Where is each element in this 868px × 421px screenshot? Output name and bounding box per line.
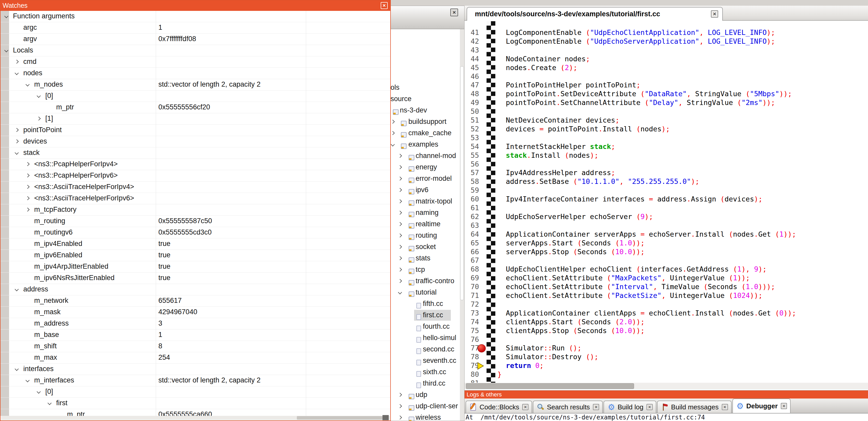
watch-row[interactable]: m_mask4294967040 bbox=[1, 307, 390, 318]
tree-scrollbar[interactable] bbox=[460, 29, 464, 421]
tree-item-wireless[interactable]: wireless bbox=[389, 412, 460, 421]
tree-item-source[interactable]: source bbox=[389, 94, 460, 105]
collapse-chevron-icon[interactable] bbox=[15, 287, 19, 291]
watch-row[interactable]: pointToPoint bbox=[1, 125, 390, 136]
line-number[interactable]: 64 bbox=[465, 230, 479, 238]
tree-item-channel-mod[interactable]: channel-mod bbox=[389, 151, 460, 162]
expand-chevron-icon[interactable] bbox=[15, 139, 19, 143]
project-tree[interactable]: olssourcens-3-devbuildsupportcmake_cache… bbox=[389, 29, 460, 421]
line-number[interactable]: 62 bbox=[465, 213, 479, 221]
collapse-chevron-icon[interactable] bbox=[15, 151, 19, 155]
close-icon[interactable]: ✕ bbox=[522, 404, 528, 410]
watch-row[interactable]: m_address3 bbox=[1, 318, 390, 329]
watch-row[interactable]: m_ipv6NsRsJitterEnabledtrue bbox=[1, 272, 390, 284]
watch-row[interactable]: [0] bbox=[1, 386, 390, 398]
tree-item-second-cc[interactable]: second.cc bbox=[389, 344, 460, 355]
line-number[interactable]: 45 bbox=[465, 64, 479, 72]
tree-item-energy[interactable]: energy bbox=[389, 162, 460, 173]
line-number[interactable]: 43 bbox=[465, 46, 479, 54]
tree-item-stats[interactable]: stats bbox=[389, 253, 460, 264]
line-number[interactable]: 52 bbox=[465, 125, 479, 133]
line-number[interactable]: 47 bbox=[465, 81, 479, 89]
collapse-chevron-icon[interactable] bbox=[26, 83, 30, 87]
line-number[interactable]: 75 bbox=[465, 327, 479, 335]
tree-item-socket[interactable]: socket bbox=[389, 241, 460, 253]
line-number[interactable]: 46 bbox=[465, 72, 479, 80]
close-icon[interactable]: ✕ bbox=[593, 404, 599, 410]
tree-item-fourth-cc[interactable]: fourth.cc bbox=[389, 321, 460, 332]
expand-chevron-icon[interactable] bbox=[398, 256, 402, 260]
expand-chevron-icon[interactable] bbox=[398, 404, 402, 408]
expand-chevron-icon[interactable] bbox=[15, 128, 19, 132]
tree-item-tutorial[interactable]: tutorial bbox=[389, 287, 460, 298]
tree-item-seventh-cc[interactable]: seventh.cc bbox=[389, 355, 460, 367]
tree-item-buildsupport[interactable]: buildsupport bbox=[389, 117, 460, 128]
line-number[interactable]: 70 bbox=[465, 283, 479, 291]
close-icon[interactable]: ✕ bbox=[711, 10, 718, 18]
tree-item-matrix-topol[interactable]: matrix-topol bbox=[389, 196, 460, 207]
watches-column-divider[interactable] bbox=[156, 11, 156, 416]
close-icon[interactable]: ✕ bbox=[781, 403, 787, 409]
expand-chevron-icon[interactable] bbox=[26, 173, 30, 177]
line-number[interactable]: 73 bbox=[465, 309, 479, 317]
line-number[interactable]: 50 bbox=[465, 107, 479, 115]
watch-row[interactable]: m_routing0x555555587c50 bbox=[1, 216, 390, 227]
tree-item-ols[interactable]: ols bbox=[389, 82, 460, 94]
line-number[interactable]: 51 bbox=[465, 116, 479, 124]
line-number[interactable]: 60 bbox=[465, 195, 479, 203]
watch-row[interactable]: m_nodesstd::vector of length 2, capacity… bbox=[1, 79, 390, 91]
watch-row[interactable]: <ns3::PcapHelperForIpv4> bbox=[1, 159, 390, 170]
line-number[interactable]: 54 bbox=[465, 142, 479, 151]
watches-hscrollbar[interactable] bbox=[1, 416, 390, 420]
logs-tab-build-messages[interactable]: Build messages✕ bbox=[657, 400, 732, 413]
line-number[interactable]: 61 bbox=[465, 204, 479, 212]
tree-item-first-cc[interactable]: first.cc bbox=[389, 310, 460, 321]
expand-chevron-icon[interactable] bbox=[398, 188, 402, 192]
collapse-chevron-icon[interactable] bbox=[37, 390, 41, 394]
watch-row[interactable]: <ns3::PcapHelperForIpv6> bbox=[1, 170, 390, 182]
expand-chevron-icon[interactable] bbox=[398, 199, 402, 203]
logs-tab-code-blocks[interactable]: Code::Blocks✕ bbox=[466, 400, 532, 413]
line-number[interactable]: 68 bbox=[465, 265, 479, 273]
watch-row[interactable]: address bbox=[1, 284, 390, 295]
line-number[interactable]: 48 bbox=[465, 90, 479, 98]
line-number[interactable]: 42 bbox=[465, 37, 479, 45]
expand-chevron-icon[interactable] bbox=[398, 245, 402, 249]
expand-chevron-icon[interactable] bbox=[26, 208, 30, 212]
line-number[interactable]: 80 bbox=[465, 370, 479, 378]
editor-hscrollbar-thumb[interactable] bbox=[466, 383, 634, 389]
watches-hscrollbar-thumb[interactable] bbox=[297, 416, 383, 420]
watch-row[interactable]: m_base1 bbox=[1, 329, 390, 341]
tree-item-examples[interactable]: examples bbox=[389, 139, 460, 151]
collapse-chevron-icon[interactable] bbox=[4, 48, 8, 53]
line-number[interactable]: 74 bbox=[465, 318, 479, 326]
tree-item-udp[interactable]: udp bbox=[389, 389, 460, 401]
collapse-chevron-icon[interactable] bbox=[15, 367, 19, 371]
watch-row[interactable]: argv0x7fffffffdf08 bbox=[1, 34, 390, 45]
tree-scrollbar-thumb[interactable] bbox=[460, 66, 464, 300]
watch-row[interactable]: m_interfacesstd::vector of length 2, cap… bbox=[1, 375, 390, 386]
line-number[interactable]: 77 bbox=[465, 344, 479, 352]
line-number[interactable]: 56 bbox=[465, 160, 479, 168]
expand-chevron-icon[interactable] bbox=[26, 185, 30, 189]
watch-row[interactable]: first bbox=[1, 398, 390, 409]
line-number[interactable]: 76 bbox=[465, 335, 479, 344]
watch-row[interactable]: stack bbox=[1, 148, 390, 159]
line-number[interactable]: 81 bbox=[465, 379, 479, 383]
expand-chevron-icon[interactable] bbox=[26, 162, 30, 166]
tree-item-cmake-cache[interactable]: cmake_cache bbox=[389, 128, 460, 139]
collapse-chevron-icon[interactable] bbox=[48, 401, 52, 405]
expand-chevron-icon[interactable] bbox=[37, 117, 41, 121]
watch-row[interactable]: m_ipv6Enabledtrue bbox=[1, 250, 390, 261]
expand-chevron-icon[interactable] bbox=[398, 165, 402, 169]
line-number[interactable]: 66 bbox=[465, 248, 479, 256]
line-number[interactable]: 41 bbox=[465, 28, 479, 36]
watch-row[interactable]: m_ipv4ArpJitterEnabledtrue bbox=[1, 261, 390, 272]
close-icon[interactable]: ✕ bbox=[647, 404, 653, 410]
code-editor[interactable]: 41 LogComponentEnable ("UdpEchoClientApp… bbox=[465, 21, 868, 383]
line-number[interactable]: 63 bbox=[465, 221, 479, 229]
line-number[interactable]: 72 bbox=[465, 300, 479, 308]
watch-row[interactable]: devices bbox=[1, 136, 390, 148]
tree-item-naming[interactable]: naming bbox=[389, 207, 460, 219]
watch-row[interactable]: nodes bbox=[1, 68, 390, 79]
